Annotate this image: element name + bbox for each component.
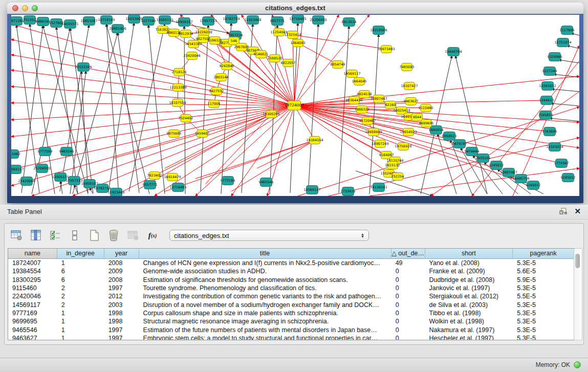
black-edge[interactable]	[106, 24, 119, 194]
table-cell[interactable]: Stergiakouli et al. (2012)	[425, 293, 513, 300]
red-edge[interactable]	[257, 140, 315, 168]
red-edge[interactable]	[294, 15, 303, 105]
graph-node-teal[interactable]: 9245012	[561, 173, 576, 182]
black-edge[interactable]	[129, 24, 165, 191]
table-cell[interactable]: 9465546	[8, 326, 57, 334]
table-cell[interactable]: Tibbo et al. (1998)	[425, 310, 513, 317]
table-row[interactable]: 969969511998Structural magnetic resonanc…	[8, 317, 574, 325]
new-table-icon[interactable]	[88, 229, 101, 242]
table-cell[interactable]: 0	[391, 268, 425, 275]
graph-node-yellow[interactable]: 19654923	[400, 128, 417, 136]
black-edge[interactable]	[73, 33, 118, 194]
table-cell[interactable]: Structural magnetic resonance image aver…	[139, 318, 391, 325]
graph-node-teal[interactable]: 20691406	[109, 25, 126, 33]
graph-node-yellow[interactable]: 9875685	[167, 130, 182, 138]
black-edge[interactable]	[148, 25, 165, 194]
graph-node-teal[interactable]: 8813034	[342, 18, 357, 27]
table-cell[interactable]: Embryonic stem cells: a model to study s…	[139, 335, 391, 340]
graph-node-teal[interactable]: 13716485	[169, 183, 186, 192]
table-cell[interactable]: 5.6E-5	[513, 268, 574, 275]
column-header-short[interactable]: short	[425, 249, 513, 258]
table-cell[interactable]: 0	[391, 293, 425, 300]
graph-node-teal[interactable]: 9857771	[143, 181, 158, 189]
table-cell[interactable]: Jankovic et al. (1997)	[425, 285, 513, 292]
table-cell[interactable]: 2003	[104, 301, 139, 309]
graph-node-teal[interactable]: 16782759	[223, 15, 239, 24]
table-cell[interactable]: 2008	[104, 276, 139, 283]
graph-node-teal[interactable]: 2935105	[476, 154, 491, 163]
table-cell[interactable]: 0	[391, 301, 425, 309]
column-header-out_de[interactable]: △ out_de…	[391, 249, 425, 258]
graph-node-teal[interactable]: 1117606	[560, 26, 575, 35]
table-cell[interactable]: 2008	[104, 259, 139, 267]
graph-node-yellow[interactable]: 2803144	[214, 74, 229, 81]
table-cell[interactable]: 5.3E-5	[513, 318, 574, 325]
table-cell[interactable]: Tourette syndrome. Phenomenology and cla…	[139, 285, 391, 292]
function-builder-icon[interactable]: f(x)	[146, 229, 159, 242]
table-cell[interactable]: 1997	[104, 326, 139, 334]
graph-node-teal[interactable]: 9465546	[259, 178, 274, 187]
table-row[interactable]: 1938455462009Genome-wide association stu…	[8, 267, 574, 275]
red-edge[interactable]	[11, 105, 294, 169]
graph-node-yellow[interactable]: 7524402	[179, 115, 193, 122]
graph-node-teal[interactable]: 14569117	[11, 165, 24, 174]
row-height-icon[interactable]	[68, 229, 81, 242]
red-edge[interactable]	[293, 35, 386, 49]
graph-node-teal[interactable]: 13505135	[156, 16, 173, 25]
table-cell[interactable]: 5.3E-5	[513, 326, 574, 334]
red-edge[interactable]	[298, 43, 338, 64]
graph-node-teal[interactable]: 16033809	[125, 15, 142, 24]
graph-node-teal[interactable]: 10807487	[500, 168, 517, 177]
table-cell[interactable]: 18724007	[8, 259, 57, 267]
table-cell[interactable]: Corpus callosum shape and size in male p…	[139, 310, 391, 317]
black-edge[interactable]	[559, 60, 579, 63]
table-row[interactable]: 977716911998Corpus callosum shape and si…	[8, 309, 574, 317]
graph-node-teal[interactable]: 11923448	[107, 188, 124, 196]
red-edge[interactable]	[11, 55, 294, 105]
table-cell[interactable]: 0	[391, 326, 425, 334]
table-cell[interactable]: 1998	[104, 318, 139, 325]
graph-node-yellow[interactable]: 9699695	[419, 120, 434, 127]
table-cell[interactable]: 6	[57, 276, 104, 283]
graph-node-teal[interactable]: 9857771	[270, 17, 285, 26]
graph-node-teal[interactable]: 16958107	[176, 18, 192, 27]
graph-node-yellow[interactable]: 8427552	[209, 87, 224, 95]
table-row[interactable]: 1830029562008Estimation of significance …	[8, 276, 574, 284]
graph-node-teal[interactable]: 25206050	[310, 16, 326, 25]
table-cell[interactable]: 2009	[104, 268, 139, 275]
red-edge[interactable]	[11, 86, 294, 105]
graph-node-yellow[interactable]: 8854749	[331, 61, 345, 69]
graph-node-teal[interactable]: 12103034	[546, 143, 563, 151]
delete-rows-icon[interactable]	[107, 229, 120, 242]
red-edge[interactable]	[294, 76, 579, 105]
graph-node-yellow[interactable]: 9115460	[419, 104, 433, 112]
table-cell[interactable]: 1	[57, 310, 104, 317]
red-edge[interactable]	[11, 105, 294, 137]
column-header-year[interactable]: year	[104, 249, 139, 258]
black-edge[interactable]	[551, 103, 579, 106]
graph-node-teal[interactable]: 20153346	[75, 63, 92, 72]
table-cell[interactable]: Investigating the contribution of common…	[139, 293, 391, 300]
graph-node-yellow[interactable]: 1588520	[268, 55, 282, 62]
table-cell[interactable]: 0	[391, 318, 425, 325]
graph-node-teal[interactable]: 9227349	[542, 67, 557, 76]
table-row[interactable]: 1872400712008Changes of HCN gene express…	[8, 259, 574, 267]
graph-node-teal[interactable]: 9245012	[489, 161, 504, 170]
table-row[interactable]: 911546021997Tourette syndrome. Phenomeno…	[8, 284, 574, 292]
table-cell[interactable]: 9777169	[8, 310, 57, 317]
table-cell[interactable]: 5.3E-5	[513, 335, 574, 340]
graph-node-yellow[interactable]: 117006	[208, 100, 221, 108]
column-header-title[interactable]: title	[139, 249, 391, 258]
graph-node-teal[interactable]: 10653287	[80, 17, 97, 26]
graph-node-teal[interactable]: 15751074	[554, 38, 571, 47]
graph-node-yellow[interactable]: 9463627	[404, 98, 419, 105]
table-cell[interactable]: 1	[57, 326, 104, 334]
table-selector[interactable]: citations_edges.txt ▲▼	[169, 230, 369, 241]
graph-node-yellow[interactable]: 7986322	[355, 106, 369, 114]
graph-node-yellow[interactable]: 7623402	[147, 172, 162, 180]
table-cell[interactable]: Yano et al. (2008)	[425, 259, 513, 267]
graph-node-yellow[interactable]: 7485083	[400, 63, 415, 71]
table-cell[interactable]: 1	[57, 259, 104, 267]
graph-node-yellow[interactable]: 9044	[412, 114, 423, 121]
table-cell[interactable]: 1	[57, 318, 104, 325]
